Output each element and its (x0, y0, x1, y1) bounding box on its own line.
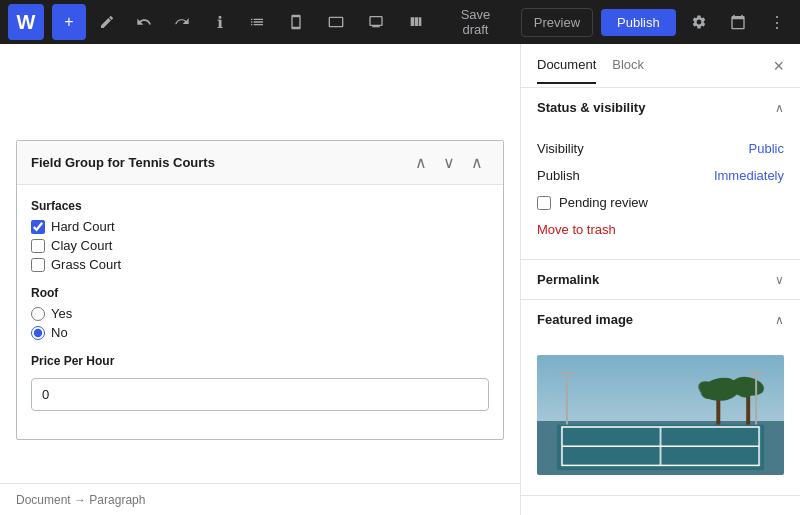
calendar-button[interactable] (722, 4, 753, 40)
roof-yes-radio-item[interactable]: Yes (31, 306, 489, 321)
status-visibility-header[interactable]: Status & visibility ∧ (521, 88, 800, 127)
preview-button[interactable]: Preview (521, 8, 593, 37)
sidebar-tabs: Document Block × (521, 44, 800, 88)
featured-image-canvas[interactable] (537, 355, 784, 475)
publish-value[interactable]: Immediately (714, 168, 784, 183)
permalink-section: Permalink ∨ (521, 260, 800, 300)
clay-court-checkbox[interactable] (31, 239, 45, 253)
view-controls (278, 4, 434, 40)
editor-canvas[interactable]: Field Group for Tennis Courts ∧ ∨ ∧ Surf… (0, 44, 520, 483)
roof-section: Roof Yes No (31, 286, 489, 340)
permalink-header[interactable]: Permalink ∨ (521, 260, 800, 299)
list-view-button[interactable] (240, 4, 274, 40)
breadcrumb: Document → Paragraph (16, 493, 145, 507)
status-bar: Document → Paragraph (0, 483, 520, 515)
save-draft-button[interactable]: Save draft (438, 1, 513, 43)
roof-yes-radio[interactable] (31, 307, 45, 321)
roof-label: Roof (31, 286, 489, 300)
tab-block[interactable]: Block (612, 47, 644, 84)
price-input[interactable] (31, 378, 489, 411)
chevron-down-icon: ∨ (775, 273, 784, 287)
main-toolbar: W + ℹ Save draft Preview Publish (0, 0, 800, 44)
wp-logo[interactable]: W (8, 4, 44, 40)
tools-button[interactable] (90, 4, 124, 40)
permalink-title: Permalink (537, 272, 599, 287)
grass-court-label: Grass Court (51, 257, 121, 272)
clay-court-checkbox-item[interactable]: Clay Court (31, 238, 489, 253)
field-group-title: Field Group for Tennis Courts (31, 155, 215, 170)
info-button[interactable]: ℹ (203, 4, 237, 40)
redo-button[interactable] (165, 4, 199, 40)
featured-image-title: Featured image (537, 312, 633, 327)
mobile-view-button[interactable] (278, 4, 314, 40)
move-to-trash-link[interactable]: Move to trash (537, 216, 616, 243)
grass-court-checkbox[interactable] (31, 258, 45, 272)
roof-no-radio[interactable] (31, 326, 45, 340)
more-options-button[interactable]: ⋮ (761, 4, 792, 40)
roof-no-label: No (51, 325, 68, 340)
pending-review-row: Pending review (537, 189, 784, 216)
publish-label: Publish (537, 168, 580, 183)
publish-row: Publish Immediately (537, 162, 784, 189)
chevron-up-icon: ∧ (775, 101, 784, 115)
roof-no-radio-item[interactable]: No (31, 325, 489, 340)
status-visibility-body: Visibility Public Publish Immediately Pe… (521, 127, 800, 259)
settings-button[interactable] (684, 4, 715, 40)
collapse-down-button[interactable]: ∨ (437, 151, 461, 174)
status-visibility-section: Status & visibility ∧ Visibility Public … (521, 88, 800, 260)
surfaces-label: Surfaces (31, 199, 489, 213)
pending-review-checkbox[interactable] (537, 196, 551, 210)
visibility-label: Visibility (537, 141, 584, 156)
price-label: Price Per Hour (31, 354, 489, 368)
collapse-toggle-button[interactable]: ∧ (465, 151, 489, 174)
hard-court-checkbox[interactable] (31, 220, 45, 234)
featured-image-header[interactable]: Featured image ∧ (521, 300, 800, 339)
visibility-row: Visibility Public (537, 135, 784, 162)
publish-button[interactable]: Publish (601, 9, 676, 36)
collapse-up-button[interactable]: ∧ (409, 151, 433, 174)
surfaces-section: Surfaces Hard Court Clay Court Grass Cou… (31, 199, 489, 272)
clay-court-label: Clay Court (51, 238, 112, 253)
grass-court-checkbox-item[interactable]: Grass Court (31, 257, 489, 272)
add-block-button[interactable]: + (52, 4, 86, 40)
toolbar-right: Save draft Preview Publish ⋮ (438, 1, 792, 43)
price-section: Price Per Hour (31, 354, 489, 411)
sidebar-close-button[interactable]: × (773, 57, 784, 75)
field-group-block: Field Group for Tennis Courts ∧ ∨ ∧ Surf… (16, 140, 504, 440)
hard-court-checkbox-item[interactable]: Hard Court (31, 219, 489, 234)
pending-review-label: Pending review (559, 195, 648, 210)
tab-document[interactable]: Document (537, 47, 596, 84)
roof-yes-label: Yes (51, 306, 72, 321)
field-group-body: Surfaces Hard Court Clay Court Grass Cou… (17, 185, 503, 439)
field-group-controls: ∧ ∨ ∧ (409, 151, 489, 174)
field-group-header: Field Group for Tennis Courts ∧ ∨ ∧ (17, 141, 503, 185)
featured-image-section: Featured image ∧ (521, 300, 800, 496)
tablet-view-button[interactable] (318, 4, 354, 40)
hard-court-label: Hard Court (51, 219, 115, 234)
editor-top-space (0, 44, 520, 124)
undo-button[interactable] (127, 4, 161, 40)
desktop-view-button[interactable] (358, 4, 394, 40)
column-view-button[interactable] (398, 4, 434, 40)
featured-image-body (521, 339, 800, 495)
visibility-value[interactable]: Public (749, 141, 784, 156)
status-visibility-title: Status & visibility (537, 100, 645, 115)
right-sidebar: Document Block × Status & visibility ∧ V… (520, 44, 800, 515)
chevron-up-icon2: ∧ (775, 313, 784, 327)
main-layout: Field Group for Tennis Courts ∧ ∨ ∧ Surf… (0, 44, 800, 515)
editor-area: Field Group for Tennis Courts ∧ ∨ ∧ Surf… (0, 44, 520, 515)
